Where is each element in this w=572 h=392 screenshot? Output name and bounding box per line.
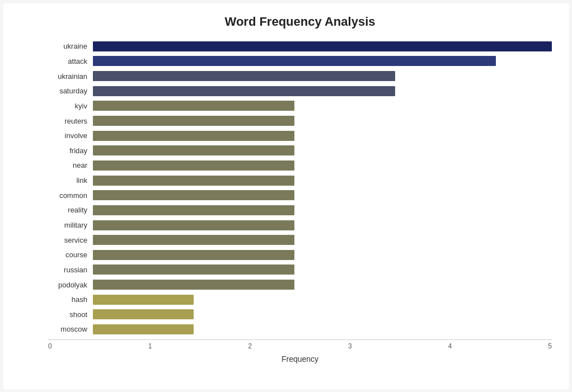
bar-row: moscow (48, 323, 552, 336)
bar-row: russian (48, 263, 552, 276)
bar-label: friday (48, 147, 93, 155)
bar (93, 71, 395, 81)
bar-row: near (48, 159, 552, 172)
bar (93, 101, 294, 111)
bar (93, 309, 194, 319)
bar (93, 145, 294, 155)
x-axis-tick: 5 (548, 342, 552, 350)
bar-label: russian (48, 266, 93, 274)
bar (93, 41, 552, 51)
x-axis-line (48, 339, 552, 340)
x-axis-tick: 2 (248, 342, 252, 350)
bar-row: common (48, 189, 552, 201)
bar-row: shoot (48, 308, 552, 320)
bar-row: service (48, 234, 552, 246)
bar (93, 295, 194, 305)
x-axis-tick: 1 (148, 342, 152, 350)
bar-label: course (48, 251, 93, 259)
bar-row: friday (48, 144, 552, 157)
bar-label: reuters (48, 117, 93, 125)
bar-label: shoot (48, 310, 93, 319)
bar-label: kyiv (48, 102, 93, 110)
bar (93, 205, 294, 215)
bar-row: ukrainian (48, 70, 552, 82)
chart-container: Word Frequency Analysis ukraineattackukr… (3, 3, 569, 389)
bar-row: kyiv (48, 100, 552, 112)
bar-row: attack (48, 55, 552, 67)
bar (93, 86, 395, 96)
x-axis-tick: 3 (348, 342, 352, 350)
bar-row: saturday (48, 85, 552, 97)
chart-area: ukraineattackukrainiansaturdaykyivreuter… (48, 39, 552, 363)
bar (93, 280, 294, 290)
bar-label: attack (48, 57, 93, 65)
bar-label: near (48, 161, 93, 169)
x-axis-label: Frequency (48, 355, 552, 363)
bar (93, 220, 294, 230)
bar-label: moscow (48, 325, 93, 333)
bar (93, 131, 294, 141)
bar-label: podolyak (48, 281, 93, 289)
bar (93, 265, 294, 275)
bar (93, 56, 496, 66)
bar-label: common (48, 191, 93, 200)
chart-title: Word Frequency Analysis (48, 15, 552, 29)
bar-row: military (48, 219, 552, 232)
bars-wrapper: ukraineattackukrainiansaturdaykyivreuter… (48, 39, 552, 337)
bar-label: ukrainian (48, 72, 93, 81)
bar-label: ukraine (48, 42, 93, 50)
bar-label: hash (48, 295, 93, 304)
x-axis-tick: 4 (448, 342, 452, 350)
bar-row: link (48, 174, 552, 187)
x-axis: 012345 Frequency (48, 339, 552, 363)
bar-label: reality (48, 206, 93, 214)
bar (93, 160, 294, 171)
bar-label: involve (48, 131, 93, 140)
bar-row: podolyak (48, 278, 552, 291)
bar-row: course (48, 249, 552, 261)
bar-row: involve (48, 130, 552, 142)
bar-row: hash (48, 294, 552, 306)
bar (93, 116, 294, 126)
bar-label: service (48, 236, 93, 244)
bar-row: reuters (48, 115, 552, 127)
bar (93, 190, 294, 200)
bar-label: link (48, 176, 93, 185)
bar (93, 235, 294, 245)
bar (93, 250, 294, 260)
x-axis-ticks: 012345 (48, 342, 552, 350)
bar (93, 324, 194, 334)
bar-label: saturday (48, 87, 93, 95)
bar-row: ukraine (48, 40, 552, 53)
bar-row: reality (48, 204, 552, 216)
bar (93, 176, 294, 186)
bar-label: military (48, 221, 93, 229)
x-axis-tick: 0 (48, 342, 52, 350)
